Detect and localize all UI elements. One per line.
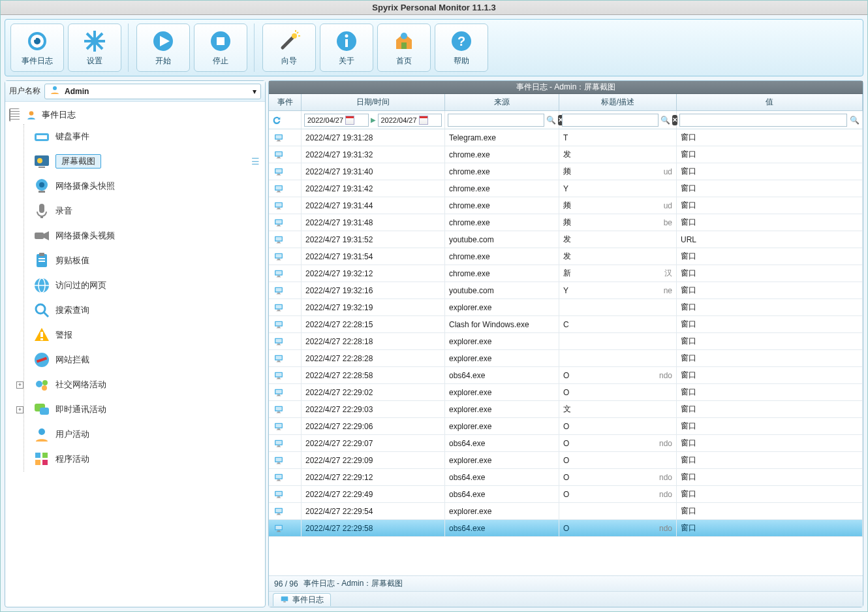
table-row[interactable]: 2022/4/27 22:29:03explorer.exe文窗口 <box>269 401 863 418</box>
cell-source: chrome.exe <box>445 146 559 163</box>
cell-datetime: 2022/4/27 22:28:18 <box>302 333 445 349</box>
toolbar-向导[interactable]: 向导 <box>262 24 316 72</box>
cell-title <box>559 299 677 315</box>
cell-title: 发 <box>559 146 677 163</box>
tree-item-im[interactable]: +即时通讯活动 <box>31 397 262 422</box>
tree-item-screenshot[interactable]: 屏幕截图☰ <box>31 149 262 174</box>
table-row[interactable]: 2022/4/27 19:31:32chrome.exe发窗口 <box>269 146 863 163</box>
expand-icon[interactable]: + <box>16 381 23 389</box>
cell-datetime: 2022/4/27 22:28:28 <box>302 350 445 366</box>
toolbar-帮助[interactable]: ?帮助 <box>435 24 488 72</box>
binoculars-icon[interactable]: 🔍 <box>849 115 860 125</box>
toolbar-首页[interactable]: 首页 <box>377 24 431 72</box>
col-event[interactable]: 事件 <box>269 94 302 110</box>
col-value[interactable]: 值 <box>677 94 863 110</box>
table-row[interactable]: 2022/4/27 19:31:44chrome.exe频ud窗口 <box>269 197 863 214</box>
cell-datetime: 2022/4/27 19:31:44 <box>302 197 445 214</box>
table-row[interactable]: 2022/4/27 19:31:28Telegram.exeT窗口 <box>269 129 863 146</box>
monitor-icon <box>273 336 285 347</box>
col-datetime[interactable]: 日期/时间 <box>302 94 445 110</box>
tree-item-clipboard[interactable]: 剪贴板值 <box>31 248 262 273</box>
table-row[interactable]: 2022/4/27 19:31:42chrome.exeY窗口 <box>269 180 863 197</box>
col-title[interactable]: 标题/描述 <box>559 94 677 110</box>
cell-title: 发 <box>559 248 677 265</box>
tree-item-social[interactable]: +社交网络活动 <box>31 372 262 397</box>
table-row[interactable]: 2022/4/27 22:29:09explorer.exeO窗口 <box>269 452 863 469</box>
tree-item-webcam[interactable]: 网络摄像头快照 <box>31 174 262 199</box>
refresh-cell[interactable] <box>269 111 302 129</box>
tree-item-keyboard[interactable]: 键盘事件 <box>31 124 262 149</box>
svg-rect-105 <box>277 327 281 328</box>
apps-icon <box>33 451 50 468</box>
cell-value: 窗口 <box>677 418 863 434</box>
svg-rect-61 <box>277 140 281 141</box>
event-icon-cell <box>269 316 302 332</box>
cell-value: 窗口 <box>677 486 863 502</box>
table-row[interactable]: 2022/4/27 22:29:12obs64.exeOndo窗口 <box>269 469 863 486</box>
user-dropdown[interactable]: Admin ▾ <box>44 84 261 99</box>
tree-item-mic[interactable]: 录音 <box>31 199 262 223</box>
webcam-icon <box>33 178 50 195</box>
monitor-icon <box>280 595 289 604</box>
svg-rect-37 <box>39 261 45 262</box>
toolbar-label: 向导 <box>281 56 297 67</box>
svg-point-48 <box>36 381 42 387</box>
date-to[interactable]: 2022/04/27 <box>378 114 442 127</box>
tree-item-search[interactable]: 搜索查询 <box>31 298 262 323</box>
binoculars-icon[interactable]: 🔍 <box>660 115 670 125</box>
关于-icon <box>335 29 358 53</box>
col-source[interactable]: 来源 <box>445 94 559 110</box>
table-row[interactable]: 2022/4/27 22:28:58obs64.exeOndo窗口 <box>269 367 863 384</box>
tree-item-camcorder[interactable]: 网络摄像头视频 <box>31 223 262 248</box>
filter-source-input[interactable] <box>448 114 544 127</box>
tree-item-apps[interactable]: 程序活动 <box>31 447 262 472</box>
tree-item-globe[interactable]: 访问过的网页 <box>31 273 262 298</box>
table-row[interactable]: 2022/4/27 19:31:52youtube.com发URL <box>269 231 863 248</box>
cell-source: youtube.com <box>445 282 559 298</box>
tab-event-log[interactable]: 事件日志 <box>273 593 331 606</box>
table-row[interactable]: 2022/4/27 19:32:19explorer.exe窗口 <box>269 299 863 316</box>
table-row[interactable]: 2022/4/27 19:31:54chrome.exe发窗口 <box>269 248 863 265</box>
table-row[interactable]: 2022/4/27 19:31:40chrome.exe频ud窗口 <box>269 163 863 180</box>
table-row[interactable]: 2022/4/27 22:29:07obs64.exeOndo窗口 <box>269 435 863 452</box>
tree-item-alert[interactable]: 警报 <box>31 323 262 347</box>
svg-rect-103 <box>275 322 281 325</box>
grid-body[interactable]: 2022/4/27 19:31:28Telegram.exeT窗口2022/4/… <box>269 129 863 575</box>
toolbar-开始[interactable]: 开始 <box>136 24 190 72</box>
svg-rect-88 <box>277 259 280 259</box>
tree-item-label: 程序活动 <box>55 453 89 465</box>
date-from[interactable]: 2022/04/27 <box>304 114 369 127</box>
table-row[interactable]: 2022/4/27 22:29:49obs64.exeOndo窗口 <box>269 486 863 503</box>
filter-value-input[interactable] <box>679 114 847 127</box>
toolbar-设置[interactable]: 设置 <box>68 24 121 72</box>
table-row[interactable]: 2022/4/27 22:28:28explorer.exe窗口 <box>269 350 863 367</box>
toolbar-label: 关于 <box>339 56 354 67</box>
table-row[interactable]: 2022/4/27 22:29:06explorer.exeO窗口 <box>269 418 863 435</box>
table-row[interactable]: 2022/4/27 22:29:02explorer.exeO窗口 <box>269 384 863 401</box>
svg-rect-121 <box>277 395 281 396</box>
filter-title-input[interactable] <box>562 114 659 127</box>
event-icon-cell <box>269 180 302 197</box>
tree-item-user[interactable]: 用户活动 <box>31 422 262 447</box>
table-row[interactable]: 2022/4/27 19:31:48chrome.exe频be窗口 <box>269 214 863 231</box>
cell-title <box>559 333 677 349</box>
sliders-icon[interactable]: ☰ <box>251 156 260 167</box>
toolbar-关于[interactable]: 关于 <box>320 24 373 72</box>
toolbar-停止[interactable]: 停止 <box>194 24 247 72</box>
table-row[interactable]: 2022/4/27 19:32:12chrome.exe新汉窗口 <box>269 265 863 282</box>
binoculars-icon[interactable]: 🔍 <box>546 115 556 125</box>
table-row[interactable]: 2022/4/27 22:28:15Clash for Windows.exeC… <box>269 316 863 333</box>
tree-root[interactable]: 事件日志 <box>7 106 262 124</box>
table-row[interactable]: 2022/4/27 19:32:16youtube.comYne窗口 <box>269 282 863 299</box>
monitor-icon <box>273 404 285 415</box>
table-row[interactable]: 2022/4/27 22:29:58obs64.exeOndo窗口 <box>269 520 863 537</box>
table-row[interactable]: 2022/4/27 22:28:18explorer.exe窗口 <box>269 333 863 350</box>
event-icon-cell <box>269 248 302 265</box>
tree-item-block[interactable]: 网站拦截 <box>31 347 262 372</box>
monitor-icon <box>273 217 285 228</box>
toolbar-事件日志[interactable]: 事件日志 <box>10 24 64 72</box>
table-row[interactable]: 2022/4/27 22:29:54explorer.exe窗口 <box>269 503 863 520</box>
svg-rect-125 <box>277 412 281 413</box>
expand-icon[interactable]: + <box>16 406 23 413</box>
svg-rect-143 <box>275 492 281 495</box>
